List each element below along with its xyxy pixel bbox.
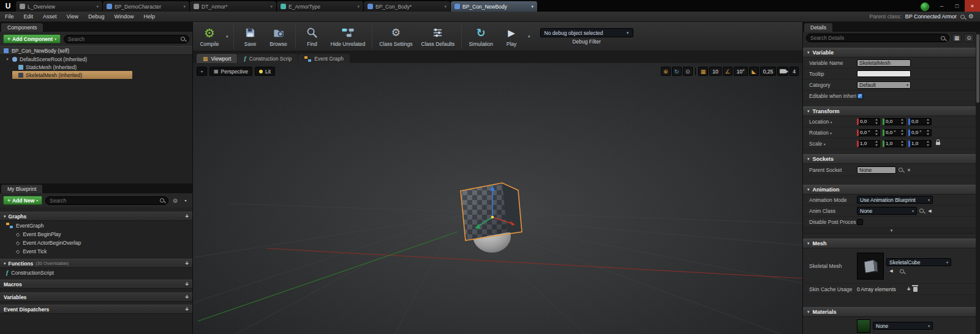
asset-tab-e-armortype[interactable]: E_ArmorType ▾ <box>277 1 364 12</box>
spinner[interactable] <box>875 119 878 124</box>
material-thumbnail[interactable] <box>857 319 870 333</box>
filter-caret-icon[interactable]: ▾ <box>182 198 189 202</box>
cycle-transform-button[interactable]: ↻ <box>672 67 682 76</box>
tree-row-defaultsceneroot[interactable]: ▾ DefaultSceneRoot (Inherited) <box>0 55 192 63</box>
tab-viewport[interactable]: ▦ Viewport <box>197 54 237 63</box>
edit-parent-icon[interactable]: ⚙ <box>968 13 974 20</box>
event-beginplay-row[interactable]: ◇ Event BeginPlay <box>0 230 192 239</box>
spinner[interactable] <box>926 141 930 146</box>
world-local-button[interactable]: ⊙ <box>683 67 693 76</box>
tab-components[interactable]: Components <box>1 23 43 32</box>
materials-section-header[interactable]: ▾ Materials <box>803 307 980 317</box>
tab-event-graph[interactable]: Event Graph <box>298 54 350 63</box>
components-search[interactable] <box>64 35 189 43</box>
transform-section-header[interactable]: ▾ Transform <box>803 106 980 116</box>
asset-tab-l-overview[interactable]: L_Overview ▾ <box>16 1 103 12</box>
anim-class-browse-icon[interactable] <box>919 209 924 213</box>
skeletal-mesh-thumbnail[interactable] <box>857 253 884 280</box>
tab-details[interactable]: Details <box>804 23 832 32</box>
add-macro-button[interactable]: + <box>185 281 189 288</box>
compile-button[interactable]: ⚙ Compile <box>195 23 224 50</box>
viewport[interactable]: ▾ ▦ Perspective Lit ⊕ ↻ ⊙ <box>193 63 802 334</box>
property-matrix-button[interactable]: ▦ <box>952 34 962 42</box>
spinner[interactable] <box>900 130 904 135</box>
add-variable-button[interactable]: + <box>185 294 189 300</box>
expander-icon[interactable]: ▾ <box>5 57 10 62</box>
mesh-section-header[interactable]: ▾ Mesh <box>803 239 980 248</box>
components-search-input[interactable] <box>68 36 179 42</box>
class-defaults-button[interactable]: Class Defaults <box>417 23 459 50</box>
animation-expand-button[interactable]: ▾ <box>803 228 980 234</box>
menu-edit[interactable]: Edit <box>19 13 39 20</box>
clear-array-button[interactable] <box>913 287 918 292</box>
skeletal-mesh-dropdown[interactable]: SkeletalCube ▾ <box>886 258 951 266</box>
perspective-button[interactable]: ▦ Perspective <box>209 67 252 76</box>
viewport-canvas[interactable] <box>193 63 802 334</box>
add-array-element-button[interactable]: + <box>907 286 911 292</box>
menu-window[interactable]: Window <box>109 13 138 20</box>
constructionscript-row[interactable]: f ConstructionScript <box>0 268 192 278</box>
use-selected-icon[interactable]: ◀ <box>888 269 895 273</box>
scale-lock-icon[interactable] <box>936 142 940 145</box>
anim-class-dropdown[interactable]: None ▾ <box>857 207 917 215</box>
maximize-button[interactable]: □ <box>949 0 965 12</box>
class-settings-button[interactable]: ⚙ Class Settings <box>375 23 417 50</box>
details-scrollbar-thumb[interactable] <box>976 34 979 103</box>
rotation-x-field[interactable]: 0,0 ° <box>857 129 880 136</box>
add-dispatcher-button[interactable]: + <box>185 306 189 313</box>
user-avatar[interactable] <box>921 2 929 11</box>
functions-section-header[interactable]: ▾ Functions (30 Overridable) + <box>0 259 192 268</box>
event-dispatchers-section-header[interactable]: Event Dispatchers + <box>0 305 192 314</box>
parent-socket-field[interactable]: None <box>857 166 896 174</box>
spinner[interactable] <box>900 119 904 124</box>
rotation-z-field[interactable]: 0,0 ° <box>908 129 932 136</box>
use-selected-icon[interactable]: ◀ <box>926 209 933 213</box>
spinner[interactable] <box>875 130 878 135</box>
rotation-y-field[interactable]: 0,0 ° <box>883 129 906 136</box>
asset-tab-bp-con-newbody[interactable]: BP_Con_NewBody ▾ <box>451 1 538 12</box>
filter-eye-icon[interactable]: ⊙ <box>172 198 179 204</box>
close-button[interactable]: × <box>965 0 980 12</box>
rotation-snap-value[interactable]: 10° <box>734 67 748 76</box>
add-new-button[interactable]: + Add New ▾ <box>3 196 42 205</box>
sockets-section-header[interactable]: ▾ Sockets <box>803 154 980 164</box>
asset-tab-bp-con-body[interactable]: BP_Con_Body* ▾ <box>364 1 451 12</box>
lit-mode-button[interactable]: Lit <box>255 67 275 76</box>
browse-button[interactable]: Browse <box>265 23 293 50</box>
components-self-row[interactable]: BP_Con_NewBody (self) <box>0 46 192 55</box>
my-blueprint-search-input[interactable] <box>50 198 158 204</box>
viewport-options-button[interactable]: ▾ <box>197 67 207 76</box>
macros-section-header[interactable]: Macros + <box>0 280 192 289</box>
scale-y-field[interactable]: 1,0 <box>883 140 906 147</box>
compile-options-caret[interactable]: ▾ <box>224 28 231 46</box>
menu-file[interactable]: File <box>0 13 19 20</box>
details-search[interactable] <box>806 34 949 42</box>
asset-tab-bp-democharacter[interactable]: BP_DemoCharacter ▾ <box>103 1 190 12</box>
menu-help[interactable]: Help <box>138 13 160 20</box>
variable-section-header[interactable]: ▾ Variable <box>803 48 980 58</box>
debug-object-dropdown[interactable]: No debug object selected ▾ <box>540 28 633 37</box>
editable-when-inherited-checkbox[interactable]: ✓ <box>857 93 863 99</box>
camera-speed-value[interactable]: 4 <box>790 67 799 76</box>
disable-post-process-checkbox[interactable] <box>857 219 863 225</box>
scale-snap-toggle[interactable]: ◣ <box>749 67 759 76</box>
animation-section-header[interactable]: ▾ Animation <box>803 185 980 195</box>
add-component-button[interactable]: + Add Component ▾ <box>3 34 61 43</box>
scale-snap-value[interactable]: 0,25 <box>760 67 777 76</box>
tree-row-staticmesh[interactable]: StaticMesh (Inherited) <box>0 63 192 71</box>
tree-row-skeletalmesh[interactable]: SkeletalMesh (Inherited) <box>12 71 132 79</box>
variables-section-header[interactable]: Variables + <box>0 292 192 302</box>
details-search-input[interactable] <box>810 35 939 41</box>
minimize-button[interactable]: – <box>934 0 949 12</box>
spinner[interactable] <box>900 141 904 146</box>
parent-class-value[interactable]: BP Connected Armor <box>905 13 957 20</box>
details-scrollbar[interactable] <box>976 32 980 334</box>
tooltip-field[interactable] <box>857 70 911 77</box>
location-y-field[interactable]: 0,0 <box>883 118 906 125</box>
event-actorbeginoverlap-row[interactable]: ◇ Event ActorBeginOverlap <box>0 239 192 247</box>
add-function-button[interactable]: + <box>185 261 189 267</box>
location-z-field[interactable]: 0,0 <box>908 118 932 125</box>
scale-z-field[interactable]: 1,0 <box>908 140 932 147</box>
location-label[interactable]: Location ▾ <box>809 119 857 125</box>
grid-snap-toggle[interactable]: ▦ <box>698 67 709 76</box>
